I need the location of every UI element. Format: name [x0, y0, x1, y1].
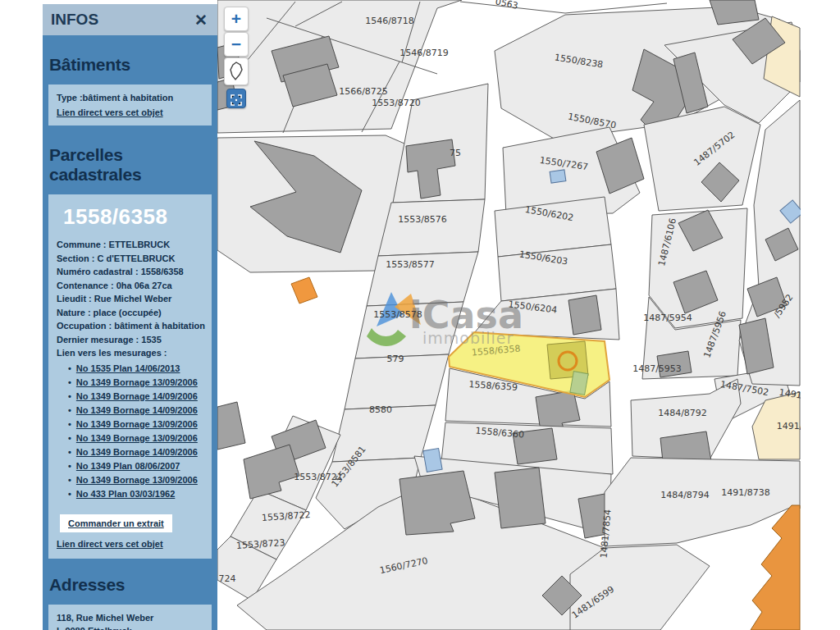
orange-building — [291, 277, 317, 304]
section-batiments: Bâtiments — [49, 55, 217, 75]
parcel-label: 1546/8718 — [365, 16, 414, 26]
parcel-label: 1546/8719 — [399, 48, 449, 58]
address-lines: 118, Rue Michel WeberL-9089 Ettelbruck — [57, 611, 205, 630]
parcel-detail-line: Contenance : 0ha 06a 27ca — [57, 279, 205, 293]
map-canvas[interactable]: iCasa immobilier 1546/87181546/871905631… — [217, 0, 801, 630]
mesurage-link[interactable]: No 1349 Bornage 13/09/2006 — [68, 418, 205, 431]
mesurage-link[interactable]: No 1349 Bornage 13/09/2006 — [68, 376, 205, 390]
batiment-type: Type :bâtiment à habitation — [57, 91, 205, 104]
parcel-detail-line: Numéro cadastral : 1558/6358 — [57, 265, 205, 279]
section-parcelles: Parcelles cadastrales — [49, 145, 217, 185]
parcel-detail-line: Commune : ETTELBRUCK — [57, 238, 205, 252]
parcel-detail-line: Lieudit : Rue Michel Weber — [57, 292, 205, 306]
parcel-label: 1487/5954 — [643, 313, 692, 323]
mesurage-link[interactable]: No 1535 Plan 14/06/2013 — [68, 362, 205, 376]
address-line: 118, Rue Michel Weber — [57, 611, 205, 625]
parcel-label: 1491/8738 — [721, 487, 770, 498]
section-adresses: Adresses — [49, 575, 217, 595]
parcel-detail-line: Nature : place (occupée) — [57, 306, 205, 320]
parcel-detail-line: Occupation : bâtiment à habitation — [57, 319, 205, 333]
parcel-label: 1553/8720 — [372, 98, 421, 108]
parcelle-direct-link[interactable]: Lien direct vers cet objet — [57, 539, 163, 549]
address-line: L-9089 Ettelbruck — [57, 624, 205, 630]
order-extract-button[interactable]: Commander un extrait — [60, 514, 172, 532]
parcel-label: 1553/8722 — [262, 509, 311, 523]
parcel-label: 724 — [219, 573, 236, 584]
parcel-label: 1553/8578 — [373, 309, 422, 320]
parcel-label: 1553/8576 — [398, 214, 447, 225]
parcel-label: 1491/8 — [777, 421, 801, 431]
mesurage-link[interactable]: No 1349 Bornage 14/09/2006 — [68, 390, 205, 404]
close-icon[interactable]: ✕ — [194, 11, 208, 30]
zoom-out-button[interactable]: − — [224, 32, 249, 57]
building — [217, 402, 245, 450]
building — [568, 295, 601, 335]
panel-title: INFOS — [51, 11, 98, 29]
infos-panel-header: INFOS ✕ — [43, 4, 217, 35]
mesurage-link[interactable]: No 1349 Bornage 14/09/2006 — [68, 445, 205, 459]
mesurage-link[interactable]: No 1349 Bornage 13/09/2006 — [68, 473, 205, 487]
blue-building — [550, 170, 566, 183]
parcel-label: 1484/8792 — [658, 408, 707, 418]
batiment-info-box: Type :bâtiment à habitation Lien direct … — [48, 84, 212, 126]
blue-building — [423, 448, 442, 472]
parcel-label: 8580 — [369, 404, 392, 415]
parcel-label: 1566/8725 — [339, 86, 388, 97]
parcelle-info-box: 1558/6358 Commune : ETTELBRUCKSection : … — [48, 194, 212, 559]
parcel-detail-line: Lien vers les mesurages : — [57, 346, 205, 360]
zoom-in-button[interactable]: + — [224, 7, 249, 31]
mesurage-link[interactable]: No 1349 Bornage 13/09/2006 — [68, 431, 205, 445]
orange-building — [751, 505, 800, 630]
parcel-label: 1553/8577 — [386, 259, 435, 270]
parcel-label: 0563 — [495, 0, 519, 11]
luxembourg-outline-icon — [227, 61, 245, 82]
fullscreen-button[interactable] — [226, 89, 246, 108]
expand-arrows-icon — [230, 94, 243, 107]
building — [710, 0, 759, 25]
parcel-label: 579 — [387, 354, 404, 364]
adresse-info-box: 118, Rue Michel WeberL-9089 Ettelbruck L… — [48, 605, 212, 630]
green-building — [570, 372, 588, 395]
building — [495, 468, 546, 528]
parcel-label: 1487/5953 — [632, 363, 682, 374]
parcel-details: Commune : ETTELBRUCKSection : C d'ETTELB… — [57, 238, 205, 360]
parcel-label: 75 — [450, 148, 461, 158]
parcel-label: 1553/8721 — [294, 472, 343, 482]
parcel-number-title: 1558/6358 — [63, 204, 205, 230]
mesurage-link[interactable]: No 1349 Bornage 14/09/2006 — [68, 404, 205, 418]
parcel-detail-line: Section : C d'ETTELBRUCK — [57, 252, 205, 266]
cadastral-map[interactable]: iCasa immobilier 1546/87181546/871905631… — [217, 0, 801, 630]
infos-panel: INFOS ✕ Bâtiments Type :bâtiment à habit… — [43, 4, 217, 630]
mesurage-link[interactable]: No 433 Plan 03/03/1962 — [68, 487, 205, 501]
batiment-direct-link[interactable]: Lien direct vers cet objet — [57, 107, 163, 117]
parcel-detail-line: Dernier mesurage : 1535 — [57, 333, 205, 347]
parcel-label: 1484/8794 — [660, 490, 710, 500]
zoom-extent-button[interactable] — [224, 57, 249, 85]
mesurage-link[interactable]: No 1349 Plan 08/06/2007 — [68, 459, 205, 473]
mesurage-links: No 1535 Plan 14/06/2013No 1349 Bornage 1… — [68, 362, 205, 501]
